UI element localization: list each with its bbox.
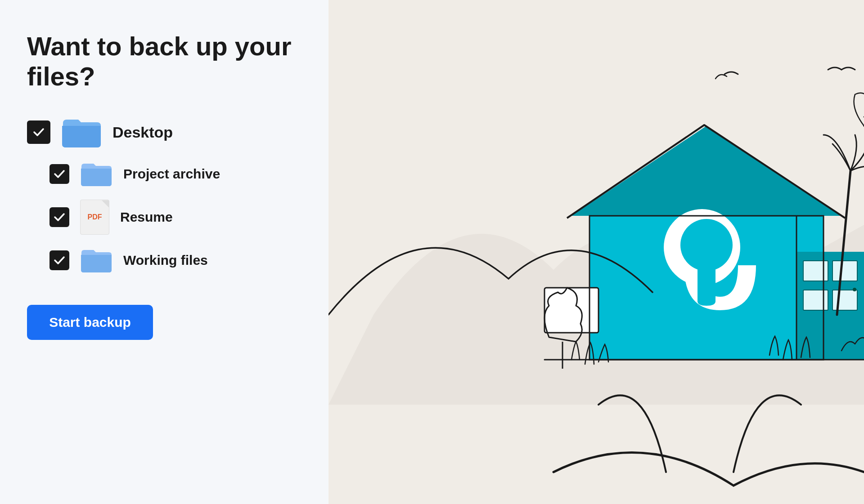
file-list: Desktop Project archive PDF — [27, 116, 302, 273]
list-item: Working files — [27, 247, 302, 273]
folder-icon — [80, 247, 112, 273]
list-item: Project archive — [27, 161, 302, 187]
check-icon — [53, 168, 66, 180]
svg-rect-6 — [803, 261, 828, 281]
check-icon — [32, 126, 45, 138]
working-files-checkbox[interactable] — [50, 250, 69, 270]
check-icon — [53, 211, 66, 223]
list-item: Desktop — [27, 116, 302, 148]
illustration — [328, 0, 864, 504]
svg-rect-10 — [853, 288, 856, 291]
desktop-checkbox[interactable] — [27, 120, 50, 144]
page-title: Want to back up your files? — [27, 31, 302, 91]
pdf-label: PDF — [88, 213, 102, 221]
resume-label: Resume — [120, 210, 173, 225]
list-item: PDF Resume — [27, 200, 302, 235]
project-archive-checkbox[interactable] — [50, 164, 69, 184]
working-files-label: Working files — [123, 253, 208, 268]
check-icon — [53, 254, 66, 267]
start-backup-button[interactable]: Start backup — [27, 305, 153, 340]
desktop-label: Desktop — [112, 124, 173, 141]
folder-icon — [61, 116, 102, 148]
left-panel: Want to back up your files? Desktop — [0, 0, 328, 504]
svg-point-4 — [680, 219, 733, 271]
right-panel — [328, 0, 864, 504]
project-archive-label: Project archive — [123, 166, 220, 182]
pdf-icon: PDF — [80, 200, 109, 235]
svg-rect-9 — [832, 290, 857, 310]
svg-rect-8 — [803, 290, 828, 310]
svg-rect-7 — [832, 261, 857, 281]
folder-icon — [80, 161, 112, 187]
resume-checkbox[interactable] — [50, 207, 69, 227]
